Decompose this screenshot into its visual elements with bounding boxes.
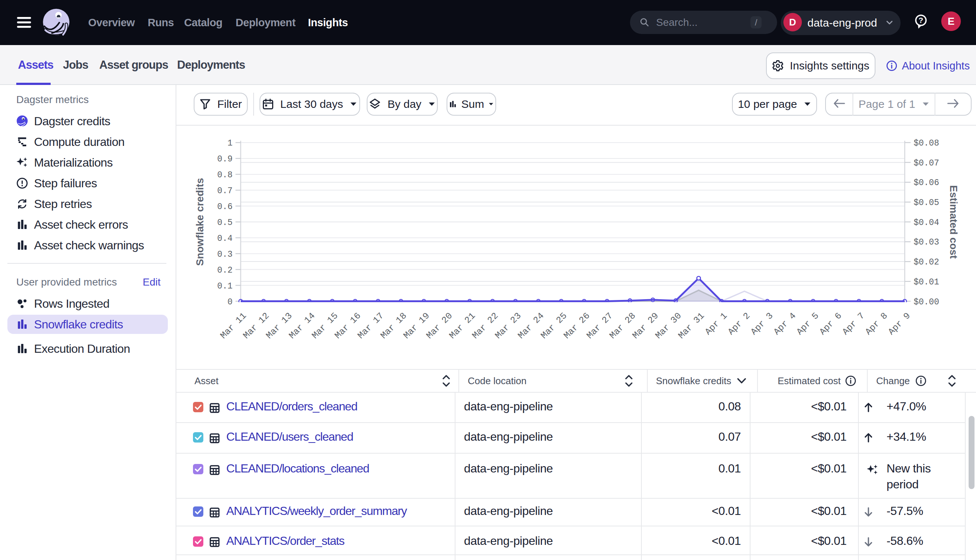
svg-text:0.9: 0.9: [217, 154, 232, 164]
svg-text:Apr 7: Apr 7: [840, 311, 867, 337]
svg-text:$0.08: $0.08: [914, 138, 939, 148]
svg-text:0.6: 0.6: [217, 202, 232, 212]
svg-text:0.5: 0.5: [217, 218, 232, 228]
svg-text:$0.07: $0.07: [914, 158, 939, 168]
svg-text:$0.06: $0.06: [914, 178, 939, 188]
svg-text:0.4: 0.4: [217, 234, 232, 243]
svg-text:Apr 9: Apr 9: [886, 311, 912, 337]
svg-text:1: 1: [227, 138, 232, 148]
svg-text:0.7: 0.7: [217, 186, 232, 196]
svg-text:0.1: 0.1: [217, 282, 232, 291]
svg-text:0: 0: [227, 297, 232, 307]
svg-text:Apr 8: Apr 8: [863, 311, 889, 337]
svg-text:Apr 5: Apr 5: [795, 311, 821, 337]
svg-text:Apr 3: Apr 3: [749, 311, 775, 337]
svg-text:$0.05: $0.05: [914, 198, 939, 208]
svg-text:0.8: 0.8: [217, 170, 232, 180]
svg-text:$0.00: $0.00: [914, 297, 939, 307]
svg-text:Apr 4: Apr 4: [772, 311, 798, 337]
svg-text:$0.02: $0.02: [914, 257, 939, 267]
svg-text:$0.01: $0.01: [914, 277, 939, 287]
svg-text:$0.03: $0.03: [914, 238, 939, 247]
svg-text:0.3: 0.3: [217, 250, 232, 259]
svg-text:$0.04: $0.04: [914, 218, 939, 228]
svg-text:Snowflake credits: Snowflake credits: [194, 178, 206, 266]
svg-text:Estimated cost: Estimated cost: [948, 185, 959, 258]
svg-text:Apr 1: Apr 1: [703, 311, 729, 337]
svg-text:0.2: 0.2: [217, 266, 232, 275]
svg-text:?: ?: [919, 16, 924, 24]
svg-text:Apr 6: Apr 6: [817, 311, 844, 337]
svg-text:Apr 2: Apr 2: [726, 311, 752, 337]
